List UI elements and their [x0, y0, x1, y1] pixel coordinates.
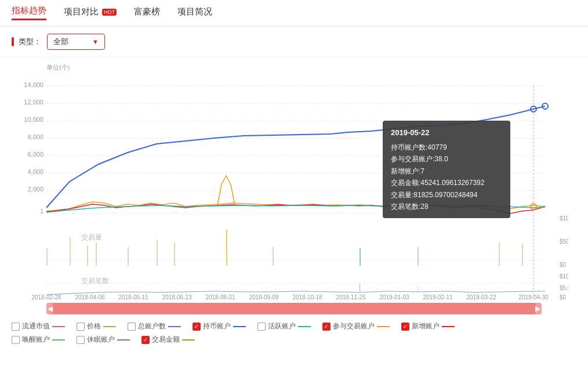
main-chart-svg: 14,000 12,000 10,000 8,000 6,000 4,000 2…: [12, 74, 568, 301]
svg-rect-28: [128, 247, 129, 266]
svg-text:2018-06-23: 2018-06-23: [162, 294, 192, 301]
svg-rect-31: [226, 230, 227, 266]
svg-text:2018-09-09: 2018-09-09: [249, 294, 279, 301]
svg-text:4,000: 4,000: [27, 168, 43, 175]
scrollbar-right-arrow-icon[interactable]: ▶: [535, 305, 540, 313]
legend-checkbox-total-accounts[interactable]: [128, 323, 136, 331]
svg-text:2019-03-22: 2019-03-22: [466, 294, 496, 301]
svg-text:2018-11-25: 2018-11-25: [336, 294, 366, 301]
legend-item-trading-accounts[interactable]: 参与交易账户: [322, 321, 390, 331]
txn-count-label: 交易笔数: [81, 277, 109, 285]
svg-rect-38: [418, 286, 418, 292]
legend-checkbox-dormant[interactable]: [77, 336, 85, 344]
svg-text:$10,000: $10,000: [560, 273, 568, 280]
chart-wrapper: 14,000 12,000 10,000 8,000 6,000 4,000 2…: [12, 74, 576, 301]
scrollbar-left-arrow-icon[interactable]: ◀: [48, 305, 53, 313]
legend-line-total-accounts: [168, 326, 181, 327]
legend-area: 流通市值 价格 总账户数 持币账户 活跃账户 参与: [0, 317, 588, 345]
nav-item-compare[interactable]: 项目对比 HOT: [64, 6, 117, 20]
nav-item-metrics[interactable]: 指标趋势: [12, 5, 46, 20]
legend-item-awakened[interactable]: 唤醒账户: [12, 335, 65, 345]
legend-item-price[interactable]: 价格: [77, 321, 116, 331]
svg-text:2019-04-30: 2019-04-30: [518, 294, 549, 301]
legend-checkbox-market-cap[interactable]: [12, 323, 20, 331]
filter-row: 类型： 全部 ▼: [0, 27, 588, 57]
type-filter-select[interactable]: 全部 ▼: [47, 34, 105, 50]
svg-text:2018-10-18: 2018-10-18: [292, 294, 322, 301]
svg-rect-37: [360, 283, 360, 292]
svg-text:$0: $0: [560, 262, 567, 268]
svg-text:2019-02-11: 2019-02-11: [423, 294, 453, 301]
chart-container: 单位(个) 14,000 12,000 10,000 8,000 6,000 4…: [0, 57, 588, 301]
svg-rect-36: [522, 244, 523, 266]
legend-checkbox-new-accounts[interactable]: [401, 323, 409, 331]
legend-line-trade-amount: [182, 339, 195, 341]
chart-scrollbar[interactable]: ◀ ▶: [46, 303, 542, 314]
coin-holders-line: [46, 106, 545, 208]
legend-checkbox-trade-amount[interactable]: [141, 336, 150, 344]
legend-item-dormant[interactable]: 休眠账户: [77, 335, 130, 345]
legend-checkbox-price[interactable]: [77, 323, 85, 331]
svg-rect-30: [174, 242, 175, 266]
nav-item-overview[interactable]: 项目简况: [177, 6, 212, 20]
svg-rect-27: [96, 242, 97, 266]
chart-unit-label: 单位(个): [46, 63, 576, 72]
filter-label: 类型：: [12, 37, 41, 47]
svg-text:2,000: 2,000: [27, 186, 43, 193]
legend-item-new-accounts[interactable]: 新增账户: [401, 321, 455, 331]
svg-text:6,000: 6,000: [27, 151, 43, 158]
legend-row-2: 唤醒账户 休眠账户 交易金额: [12, 335, 576, 345]
svg-text:$0: $0: [560, 294, 567, 301]
svg-text:$100,000,000: $100,000,000: [560, 215, 568, 222]
legend-line-market-cap: [52, 326, 65, 327]
svg-text:$5,000: $5,000: [560, 285, 568, 291]
legend-item-coin-holders[interactable]: 持币账户: [193, 321, 246, 331]
legend-item-total-accounts[interactable]: 总账户数: [128, 321, 181, 331]
legend-item-market-cap[interactable]: 流通市值: [12, 321, 65, 331]
legend-checkbox-awakened[interactable]: [12, 336, 20, 344]
legend-item-trade-amount[interactable]: 交易金额: [141, 335, 195, 345]
svg-rect-24: [46, 248, 48, 266]
nav-bar: 指标趋势 项目对比 HOT 富豪榜 项目简况: [0, 0, 588, 27]
svg-text:1: 1: [40, 208, 43, 215]
svg-text:2018-08-01: 2018-08-01: [205, 294, 235, 301]
svg-rect-29: [157, 240, 158, 266]
svg-rect-26: [87, 245, 88, 266]
svg-rect-25: [70, 237, 71, 266]
legend-line-new-accounts: [442, 326, 455, 327]
legend-line-active-accounts: [298, 326, 311, 327]
svg-text:2019-01-03: 2019-01-03: [379, 294, 409, 301]
legend-checkbox-coin-holders[interactable]: [193, 323, 201, 331]
svg-text:8,000: 8,000: [27, 133, 43, 140]
nav-badge-hot: HOT: [102, 9, 117, 16]
svg-text:2018-02-26: 2018-02-26: [31, 294, 61, 301]
scrollbar-thumb[interactable]: [52, 303, 536, 314]
legend-row-1: 流通市值 价格 总账户数 持币账户 活跃账户 参与: [12, 321, 576, 331]
legend-item-active-accounts[interactable]: 活跃账户: [257, 321, 311, 331]
volume-label: 交易量: [81, 233, 102, 241]
svg-text:2018-04-06: 2018-04-06: [75, 294, 105, 301]
legend-checkbox-trading-accounts[interactable]: [322, 323, 331, 331]
svg-rect-32: [273, 247, 274, 266]
dropdown-arrow-icon: ▼: [92, 38, 99, 45]
legend-line-trading-accounts: [377, 326, 390, 327]
nav-item-rich[interactable]: 富豪榜: [134, 6, 160, 20]
legend-line-awakened: [52, 339, 65, 341]
svg-text:12,000: 12,000: [24, 99, 43, 106]
legend-line-dormant: [117, 339, 130, 341]
svg-rect-34: [418, 247, 419, 266]
svg-text:$50,000,000: $50,000,000: [560, 238, 568, 245]
legend-line-price: [103, 326, 116, 327]
svg-rect-35: [499, 242, 500, 266]
svg-rect-33: [360, 248, 361, 266]
svg-text:2018-05-15: 2018-05-15: [118, 294, 148, 301]
legend-checkbox-active-accounts[interactable]: [257, 323, 266, 331]
svg-text:10,000: 10,000: [24, 116, 43, 123]
legend-line-coin-holders: [233, 326, 246, 327]
svg-text:14,000: 14,000: [24, 81, 43, 88]
